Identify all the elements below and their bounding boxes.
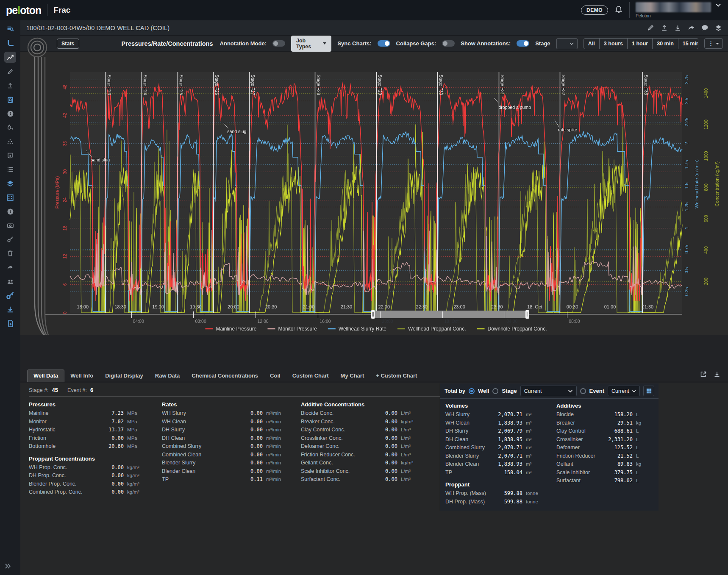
chart-toolbar: Stats Pressures/Rate/Concentrations Anno…: [20, 36, 728, 52]
search-list-icon[interactable]: [5, 24, 15, 34]
frac-chart-canvas[interactable]: [20, 52, 728, 335]
upload-icon[interactable]: [661, 24, 668, 31]
clipboard-search-icon[interactable]: [5, 94, 15, 105]
caret-down-icon: [323, 42, 326, 44]
info-icon[interactable]: [5, 206, 15, 217]
tab-chemical-concentrations[interactable]: Chemical Concentrations: [186, 370, 264, 382]
stage-current-select[interactable]: Current: [520, 386, 577, 396]
download-panel-icon[interactable]: [714, 371, 720, 379]
upload-icon[interactable]: [5, 81, 15, 91]
event-number-value: 6: [90, 387, 93, 393]
stage-select[interactable]: [556, 38, 578, 49]
data-row: Gellant Conc.0.00kg/m³: [301, 459, 423, 467]
proppant-dots-icon[interactable]: [5, 136, 15, 147]
totals-grid-icon[interactable]: [643, 386, 654, 396]
job-types-button[interactable]: Job Types: [291, 36, 331, 52]
range-1hour-button[interactable]: 1 hour: [627, 39, 652, 49]
tab-well-data[interactable]: Well Data: [27, 369, 64, 382]
layers-icon[interactable]: [715, 24, 722, 31]
caret-down-icon: [716, 43, 719, 44]
download-icon[interactable]: [5, 304, 15, 314]
cash-card-icon[interactable]: [5, 220, 15, 231]
data-row: Surfactant798.02L: [556, 477, 653, 485]
data-row: Friction Reducer Conc.0.00L/m³: [301, 451, 423, 459]
well-path-icon[interactable]: [5, 38, 15, 48]
data-row: DH Slurry0.00m³/min: [162, 426, 288, 434]
tab-my-chart[interactable]: My Chart: [335, 370, 370, 382]
key-icon-large[interactable]: [5, 290, 15, 300]
data-row: DH Prop. (Mass)599.88tonne: [445, 498, 543, 506]
pressures-header: Pressures: [29, 401, 149, 408]
total-by-stage-radio[interactable]: [492, 388, 498, 394]
show-annotations-label: Show Annotations:: [461, 40, 511, 47]
stage-number-label: Stage #:: [29, 387, 49, 393]
tab-digital-display[interactable]: Digital Display: [99, 370, 149, 382]
range-3hours-button[interactable]: 3 hours: [599, 39, 627, 49]
users-icon[interactable]: [5, 276, 15, 286]
notifications-bell-icon[interactable]: [615, 6, 622, 15]
share-arrow-icon[interactable]: [5, 262, 15, 272]
account-label: Peloton: [636, 13, 711, 18]
share-icon[interactable]: [688, 24, 695, 31]
total-by-label: Total by: [445, 388, 465, 394]
data-row: Crosslinker2,331.20L: [556, 436, 653, 444]
file-upload-icon[interactable]: [5, 318, 15, 328]
layers-icon[interactable]: [5, 178, 15, 189]
well-header-bar: 100/01-02-003-04W5/00 DEMO WELL CAD (COI…: [20, 20, 728, 36]
sync-charts-toggle[interactable]: [378, 40, 390, 47]
sidebar-expand-chevrons[interactable]: [5, 563, 11, 571]
user-photo: [636, 2, 711, 12]
tab-custom-chart[interactable]: Custom Chart: [286, 370, 335, 382]
chart-icon[interactable]: [4, 52, 16, 63]
volumes-rows: WH Slurry2,070.71m³WH Clean1,838.93m³DH …: [445, 411, 543, 477]
event-number-label: Event #:: [67, 387, 87, 393]
well-title: 100/01-02-003-04W5/00 DEMO WELL CAD (COI…: [26, 25, 169, 31]
data-row: DH Prop. Conc.0.00kg/m³: [29, 472, 149, 480]
info-icon[interactable]: [5, 108, 15, 119]
totals-controls: Total by Well Stage Current Event Curren…: [440, 383, 659, 399]
range-15min-button[interactable]: 15 min: [678, 39, 698, 49]
pencil-icon[interactable]: [5, 67, 15, 77]
show-annotations-toggle[interactable]: [517, 40, 529, 47]
range-all-button[interactable]: All: [584, 39, 599, 49]
key-icon[interactable]: [5, 234, 15, 244]
open-external-icon[interactable]: [700, 371, 707, 379]
tab-raw-data[interactable]: Raw Data: [149, 370, 186, 382]
data-row: Surfactant Conc.0.00L/m³: [301, 475, 423, 484]
sync-charts-label: Sync Charts:: [337, 40, 371, 47]
data-row: WH Slurry0.00m³/min: [162, 409, 288, 418]
building-grid-icon[interactable]: [5, 192, 15, 203]
divider: [47, 4, 47, 16]
well-data-panel: Stage #:45 Event #:6 Pressures Mainline7…: [20, 383, 728, 575]
event-option-label[interactable]: Event: [589, 388, 604, 394]
proppant-concentrations-header: Proppant Concentrations: [29, 456, 149, 462]
annotation-mode-toggle[interactable]: [272, 40, 285, 47]
chevron-down-icon[interactable]: [715, 2, 721, 10]
numbered-list-icon[interactable]: [5, 164, 15, 175]
chart-more-options-button[interactable]: ⋮: [704, 38, 723, 49]
data-row: Friction0.00MPa: [29, 434, 149, 443]
trash-icon[interactable]: [5, 248, 15, 258]
comment-icon[interactable]: [701, 24, 709, 31]
volumes-header: Volumes: [445, 403, 543, 409]
tab-add-custom-chart[interactable]: + Custom Chart: [370, 370, 423, 382]
fluid-add-icon[interactable]: [5, 122, 15, 133]
total-by-well-radio[interactable]: [469, 388, 475, 394]
event-current-select[interactable]: Current: [608, 386, 640, 396]
download-icon[interactable]: [674, 24, 681, 31]
range-30min-button[interactable]: 30 min: [652, 39, 678, 49]
well-option-label[interactable]: Well: [478, 388, 489, 394]
collapse-gaps-toggle[interactable]: [442, 40, 455, 47]
data-row: Clay Control688.61L: [556, 427, 653, 436]
data-row: Hydrostatic13.37MPa: [29, 426, 149, 434]
rates-header: Rates: [162, 401, 288, 408]
total-by-event-radio[interactable]: [580, 388, 586, 394]
tank-icon[interactable]: [5, 150, 15, 161]
edit-pencil-icon[interactable]: [647, 24, 654, 31]
user-menu[interactable]: Peloton: [629, 2, 721, 18]
tab-coil[interactable]: Coil: [264, 370, 286, 382]
data-row: Scale Inhibitor379.75L: [556, 469, 653, 477]
stage-option-label[interactable]: Stage: [502, 388, 517, 394]
stats-button[interactable]: Stats: [57, 39, 79, 49]
tab-well-info[interactable]: Well Info: [64, 370, 99, 382]
